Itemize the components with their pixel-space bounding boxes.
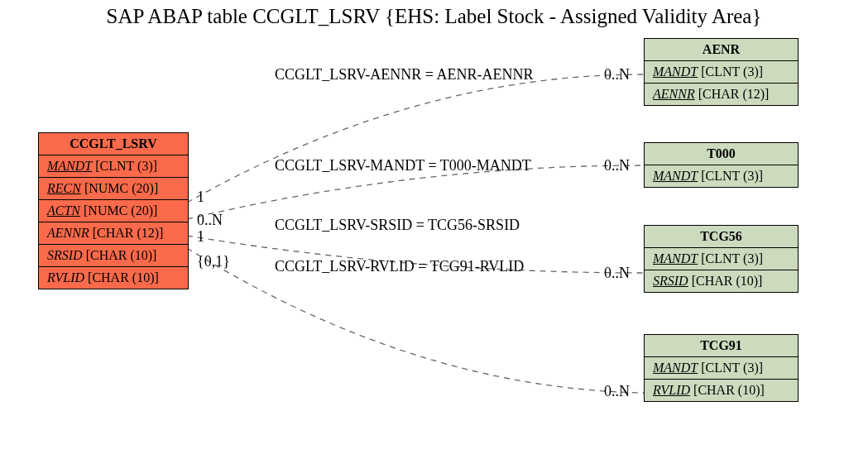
field-name: ACTN	[47, 203, 80, 217]
entity-header: AENR	[645, 39, 798, 61]
field-row: SRSID [CHAR (10)]	[39, 245, 188, 267]
field-name: MANDT	[653, 251, 698, 265]
field-row: RVLID [CHAR (10)]	[39, 267, 188, 289]
entity-tcg56: TCG56 MANDT [CLNT (3)] SRSID [CHAR (10)]	[644, 225, 798, 293]
cardinality-left: 1	[197, 189, 204, 206]
field-name: AENNR	[47, 226, 89, 240]
field-row: AENNR [CHAR (12)]	[645, 84, 798, 105]
field-type: [CHAR (10)]	[86, 248, 157, 262]
field-row: MANDT [CLNT (3)]	[645, 61, 798, 84]
field-name: SRSID	[653, 274, 688, 288]
field-name: RVLID	[47, 270, 84, 284]
cardinality-left: 0..N	[197, 212, 223, 229]
field-name: MANDT	[653, 361, 698, 375]
entity-aenr: AENR MANDT [CLNT (3)] AENNR [CHAR (12)]	[644, 38, 798, 106]
field-type: [CHAR (10)]	[693, 383, 765, 397]
field-row: RECN [NUMC (20)]	[39, 178, 188, 200]
entity-header: TCG56	[645, 226, 798, 248]
field-row: MANDT [CLNT (3)]	[39, 155, 188, 178]
field-name: RECN	[47, 181, 81, 195]
entity-header: T000	[645, 143, 798, 165]
field-type: [CLNT (3)]	[701, 65, 763, 79]
field-name: MANDT	[47, 159, 92, 173]
relation-label: CCGLT_LSRV-AENNR = AENR-AENNR	[275, 66, 533, 84]
cardinality-left: {0,1}	[197, 253, 230, 270]
field-row: SRSID [CHAR (10)]	[645, 270, 798, 292]
relation-label: CCGLT_LSRV-MANDT = T000-MANDT	[275, 157, 531, 174]
field-type: [CHAR (10)]	[692, 274, 763, 288]
field-name: MANDT	[653, 169, 698, 183]
field-type: [CHAR (12)]	[93, 226, 164, 240]
field-row: MANDT [CLNT (3)]	[645, 357, 798, 380]
entity-t000: T000 MANDT [CLNT (3)]	[644, 142, 798, 188]
field-row: MANDT [CLNT (3)]	[645, 165, 798, 187]
field-row: ACTN [NUMC (20)]	[39, 200, 188, 222]
field-type: [NUMC (20)]	[84, 203, 157, 217]
cardinality-right: 0..N	[604, 383, 630, 400]
relation-label: CCGLT_LSRV-SRSID = TCG56-SRSID	[275, 217, 520, 234]
cardinality-right: 0..N	[604, 66, 630, 84]
field-row: AENNR [CHAR (12)]	[39, 222, 188, 245]
entity-ccglt-lsrv: CCGLT_LSRV MANDT [CLNT (3)] RECN [NUMC (…	[38, 132, 189, 289]
field-type: [CLNT (3)]	[701, 361, 763, 375]
cardinality-left: 1	[197, 228, 204, 246]
field-name: SRSID	[47, 248, 83, 262]
field-type: [CHAR (10)]	[88, 270, 159, 284]
field-row: RVLID [CHAR (10)]	[645, 380, 798, 401]
cardinality-right: 0..N	[604, 157, 630, 174]
field-name: MANDT	[653, 65, 698, 79]
field-name: AENNR	[653, 87, 695, 101]
field-row: MANDT [CLNT (3)]	[645, 248, 798, 270]
field-type: [CLNT (3)]	[95, 159, 157, 173]
er-diagram: SAP ABAP table CCGLT_LSRV {EHS: Label St…	[0, 0, 868, 454]
diagram-title: SAP ABAP table CCGLT_LSRV {EHS: Label St…	[0, 5, 868, 28]
entity-header: TCG91	[645, 335, 798, 357]
entity-tcg91: TCG91 MANDT [CLNT (3)] RVLID [CHAR (10)]	[644, 334, 798, 402]
field-type: [CHAR (12)]	[698, 87, 770, 101]
field-type: [CLNT (3)]	[701, 251, 763, 265]
field-type: [CLNT (3)]	[701, 169, 763, 183]
cardinality-right: 0..N	[604, 265, 630, 282]
entity-header: CCGLT_LSRV	[39, 133, 188, 155]
field-name: RVLID	[653, 383, 690, 397]
field-type: [NUMC (20)]	[84, 181, 158, 195]
relation-label: CCGLT_LSRV-RVLID = TCG91-RVLID	[275, 258, 524, 275]
